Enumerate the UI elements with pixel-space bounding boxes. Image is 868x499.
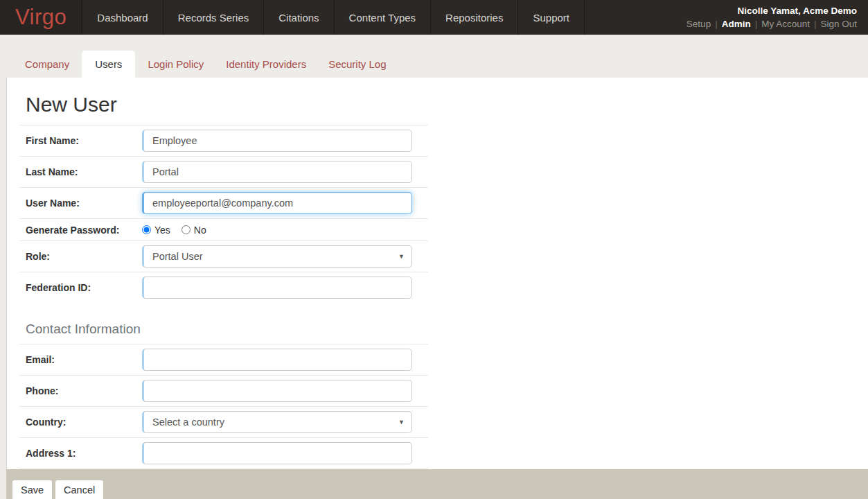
generate-password-no-label[interactable]: No — [194, 225, 206, 236]
user-name-label: User Name: — [26, 198, 142, 209]
address-1-input[interactable] — [142, 442, 412, 464]
user-block: Nicolle Yamat, Acme Demo Setup|Admin|My … — [687, 5, 857, 30]
virgo-logo[interactable]: Virgo — [15, 5, 67, 30]
first-name-input[interactable] — [142, 130, 412, 152]
email-input[interactable] — [142, 349, 412, 371]
email-label: Email: — [26, 354, 142, 365]
form-row-federation-id: Federation ID: — [19, 272, 428, 303]
form-row-generate-password: Generate Password: Yes No — [19, 218, 428, 240]
nav-item-content-types[interactable]: Content Types — [335, 0, 431, 35]
phone-input[interactable] — [142, 380, 412, 402]
form-row-address-1: Address 1: — [19, 437, 428, 469]
link-separator: | — [715, 19, 718, 29]
setup-link[interactable]: Setup — [687, 19, 711, 29]
country-select[interactable]: Select a country — [142, 411, 412, 433]
tab-identity-providers[interactable]: Identity Providers — [215, 51, 317, 78]
save-button[interactable]: Save — [12, 480, 52, 499]
nav-item-dashboard[interactable]: Dashboard — [82, 0, 163, 35]
first-name-label: First Name: — [26, 135, 142, 146]
sign-out-link[interactable]: Sign Out — [820, 19, 857, 29]
link-separator: | — [755, 19, 758, 29]
generate-password-yes-label[interactable]: Yes — [154, 225, 170, 236]
country-label: Country: — [26, 417, 142, 428]
tab-users[interactable]: Users — [82, 51, 135, 78]
form-action-bar: Save Cancel — [6, 469, 868, 499]
phone-label: Phone: — [26, 385, 142, 396]
nav-item-citations[interactable]: Citations — [264, 0, 334, 35]
nav-item-records-series[interactable]: Records Series — [163, 0, 265, 35]
role-label: Role: — [26, 251, 142, 262]
tab-company[interactable]: Company — [14, 51, 80, 78]
generate-password-radio-group: Yes No — [142, 225, 218, 236]
cancel-button[interactable]: Cancel — [55, 480, 103, 499]
generate-password-yes-radio[interactable] — [142, 225, 151, 234]
last-name-input[interactable] — [142, 161, 412, 183]
tab-login-policy[interactable]: Login Policy — [136, 51, 215, 78]
generate-password-label: Generate Password: — [26, 225, 142, 236]
user-links: Setup|Admin|My Account|Sign Out — [687, 18, 857, 30]
admin-link[interactable]: Admin — [722, 19, 751, 29]
users-tab-panel: New User First Name: Last Name: User Nam… — [6, 78, 868, 499]
nav-item-support[interactable]: Support — [518, 0, 585, 35]
admin-tabs: Company Users Login Policy Identity Prov… — [0, 35, 868, 78]
logo-block: Virgo — [0, 0, 82, 35]
form-row-email: Email: — [19, 344, 428, 375]
form-row-country: Country: Select a country ▼ — [19, 406, 428, 437]
tab-security-log[interactable]: Security Log — [317, 51, 397, 78]
topbar: Virgo Dashboard Records Series Citations… — [0, 0, 868, 35]
user-name-input[interactable] — [142, 192, 412, 214]
main-nav: Dashboard Records Series Citations Conte… — [82, 0, 585, 35]
federation-id-input[interactable] — [142, 277, 412, 299]
form-row-role: Role: Portal User ▼ — [19, 240, 428, 272]
contact-information-heading: Contact Information — [26, 322, 428, 337]
last-name-label: Last Name: — [26, 166, 142, 177]
federation-id-label: Federation ID: — [26, 282, 142, 293]
user-name: Nicolle Yamat, Acme Demo — [687, 5, 857, 17]
form-row-last-name: Last Name: — [19, 156, 428, 187]
link-separator: | — [814, 19, 817, 29]
my-account-link[interactable]: My Account — [761, 19, 810, 29]
form-row-phone: Phone: — [19, 375, 428, 406]
new-user-form: First Name: Last Name: User Name: Genera… — [19, 125, 428, 499]
generate-password-no-radio[interactable] — [181, 225, 191, 234]
nav-item-repositories[interactable]: Repositories — [431, 0, 518, 35]
form-row-user-name: User Name: — [19, 187, 428, 218]
address-1-label: Address 1: — [26, 448, 142, 459]
form-row-first-name: First Name: — [19, 125, 428, 156]
page-title: New User — [26, 93, 868, 116]
role-select[interactable]: Portal User — [142, 245, 412, 268]
